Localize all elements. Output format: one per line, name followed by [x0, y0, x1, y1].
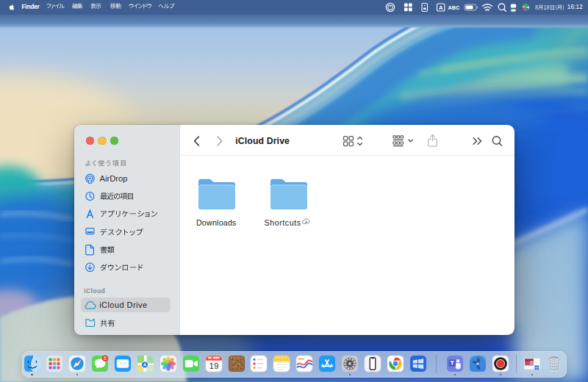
- svg-text:A: A: [439, 4, 443, 11]
- svg-text:19: 19: [209, 361, 218, 370]
- svg-text:ABC: ABC: [448, 4, 460, 11]
- svg-text:6: 6: [104, 356, 107, 361]
